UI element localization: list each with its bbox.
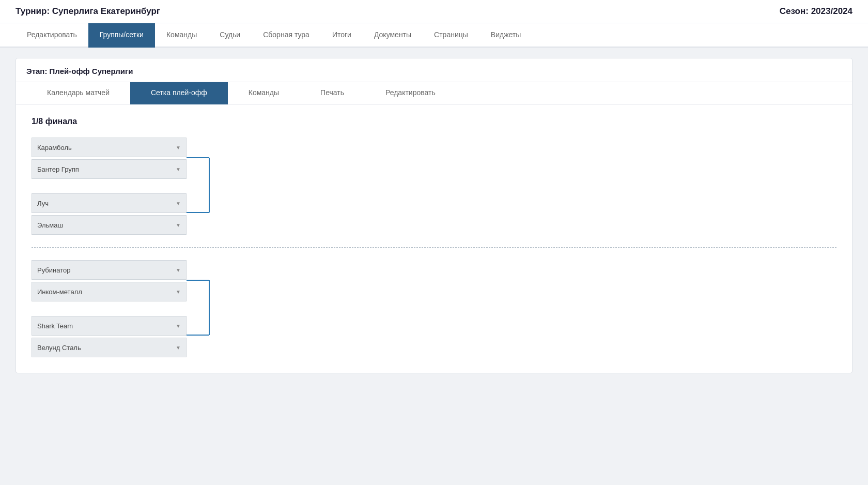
nav-item-edit[interactable]: Редактировать [16, 23, 88, 48]
nav-item-widgets[interactable]: Виджеты [479, 23, 533, 48]
bracket-content: 1/8 финалаКарамболь▼Бантер Групп▼Луч▼Эль… [16, 104, 852, 373]
match-pair-2: Луч▼Эльмаш▼ [32, 193, 187, 235]
team-list: Рубинатор▼Инком-металл▼ [32, 260, 187, 301]
team-name: Луч [37, 200, 173, 207]
bracket-group-1: Карамболь▼Бантер Групп▼Луч▼Эльмаш▼ [32, 138, 836, 235]
team-row: Эльмаш▼ [32, 215, 187, 235]
nav-item-tour[interactable]: Сборная тура [252, 23, 321, 48]
team-row: Бантер Групп▼ [32, 159, 187, 179]
subnav-edit[interactable]: Редактировать [365, 82, 456, 104]
bracket-svg-connector [187, 260, 210, 355]
team-row: Велунд Сталь▼ [32, 338, 187, 357]
team-row: Рубинатор▼ [32, 260, 187, 280]
team-name: Эльмаш [37, 221, 173, 229]
dropdown-icon[interactable]: ▼ [176, 345, 181, 351]
bracket-separator [32, 247, 836, 248]
bracket-svg-connector [187, 138, 210, 233]
round-title: 1/8 финала [32, 117, 836, 126]
match-pair-4: Shark Team▼Велунд Сталь▼ [32, 316, 187, 357]
team-row: Shark Team▼ [32, 316, 187, 336]
dropdown-icon[interactable]: ▼ [176, 201, 181, 206]
match-pair-3: Рубинатор▼Инком-металл▼ [32, 260, 187, 301]
section-title: Этап: Плей-офф Суперлиги [16, 58, 852, 82]
content-area: Этап: Плей-офф СуперлигиКалендарь матчей… [0, 48, 868, 392]
team-name: Рубинатор [37, 266, 173, 274]
match-pair-1: Карамболь▼Бантер Групп▼ [32, 138, 187, 179]
main-navigation: Редактировать Группы/сетки Команды Судьи… [0, 23, 868, 48]
sub-navigation: Календарь матчейСетка плей-оффКомандыПеч… [16, 82, 852, 104]
dropdown-icon[interactable]: ▼ [176, 145, 181, 150]
dropdown-icon[interactable]: ▼ [176, 267, 181, 273]
section-card: Этап: Плей-офф СуперлигиКалендарь матчей… [16, 58, 853, 373]
team-row: Луч▼ [32, 193, 187, 213]
team-row: Карамболь▼ [32, 138, 187, 157]
nav-item-teams[interactable]: Команды [155, 23, 208, 48]
team-row: Инком-металл▼ [32, 282, 187, 301]
dropdown-icon[interactable]: ▼ [176, 289, 181, 295]
nav-item-docs[interactable]: Документы [363, 23, 423, 48]
dropdown-icon[interactable]: ▼ [176, 166, 181, 172]
nav-item-judges[interactable]: Судьи [208, 23, 252, 48]
tournament-title: Турнир: Суперлига Екатеринбург [16, 6, 160, 17]
dropdown-icon[interactable]: ▼ [176, 323, 181, 329]
team-list: Карамболь▼Бантер Групп▼ [32, 138, 187, 179]
top-header: Турнир: Суперлига Екатеринбург Сезон: 20… [0, 0, 868, 23]
team-list: Shark Team▼Велунд Сталь▼ [32, 316, 187, 357]
subnav-calendar[interactable]: Календарь матчей [26, 82, 130, 104]
season-label: Сезон: 2023/2024 [780, 6, 853, 17]
team-name: Велунд Сталь [37, 344, 173, 352]
team-name: Инком-металл [37, 288, 173, 296]
team-name: Бантер Групп [37, 165, 173, 173]
subnav-playoff[interactable]: Сетка плей-офф [130, 82, 228, 104]
team-list: Луч▼Эльмаш▼ [32, 193, 187, 235]
subnav-print[interactable]: Печать [300, 82, 365, 104]
team-name: Shark Team [37, 322, 173, 330]
subnav-teams[interactable]: Команды [228, 82, 300, 104]
dropdown-icon[interactable]: ▼ [176, 222, 181, 228]
nav-item-pages[interactable]: Страницы [423, 23, 479, 48]
team-name: Карамболь [37, 144, 173, 151]
bracket-group-2: Рубинатор▼Инком-металл▼Shark Team▼Велунд… [32, 260, 836, 357]
nav-item-results[interactable]: Итоги [321, 23, 363, 48]
nav-item-groups[interactable]: Группы/сетки [88, 23, 155, 48]
